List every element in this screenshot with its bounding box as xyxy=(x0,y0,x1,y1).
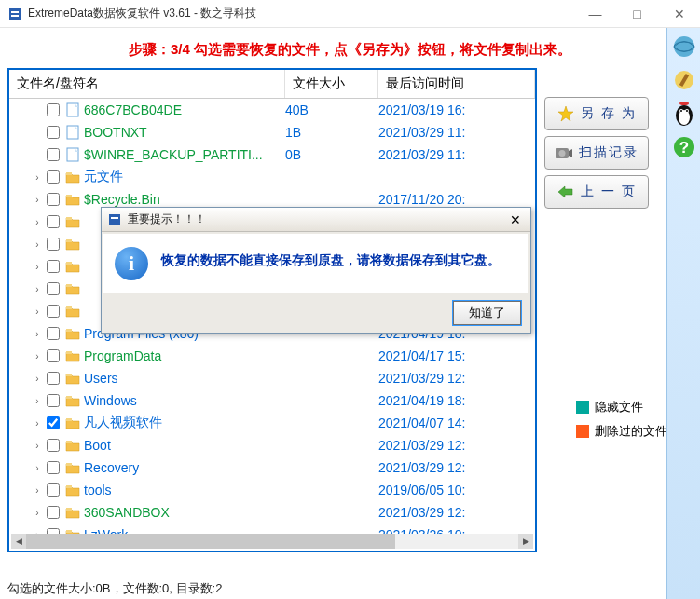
app-icon xyxy=(7,7,22,21)
folder-icon xyxy=(65,259,80,274)
svg-rect-16 xyxy=(66,329,72,332)
file-checkbox[interactable] xyxy=(47,327,60,340)
maximize-button[interactable]: □ xyxy=(616,0,658,27)
folder-icon xyxy=(65,304,80,319)
expand-icon[interactable]: › xyxy=(32,418,43,429)
folder-icon xyxy=(65,505,80,520)
dialog-titlebar[interactable]: 重要提示！！！ ✕ xyxy=(102,208,530,232)
col-name[interactable]: 文件名/盘符名 xyxy=(9,70,285,98)
file-checkbox[interactable] xyxy=(47,461,60,474)
expand-icon[interactable]: › xyxy=(32,396,43,406)
scanlog-button[interactable]: 扫描记录 xyxy=(544,136,649,170)
expand-icon[interactable]: › xyxy=(32,262,43,272)
file-date: 2021/03/29 12: xyxy=(378,505,465,520)
expand-icon[interactable]: › xyxy=(32,441,43,451)
svg-rect-24 xyxy=(66,508,72,511)
horizontal-scrollbar[interactable]: ◀ ▶ xyxy=(11,534,533,549)
svg-rect-14 xyxy=(66,284,72,287)
file-row[interactable]: ›Recovery2021/03/29 12: xyxy=(9,456,535,479)
folder-icon xyxy=(65,438,80,453)
legend-hidden: 隐藏文件 xyxy=(576,399,667,415)
file-name: BOOTNXT xyxy=(84,125,285,140)
expand-icon[interactable]: › xyxy=(32,239,43,250)
file-checkbox[interactable] xyxy=(47,193,60,206)
file-row[interactable]: ›元文件 xyxy=(9,166,535,188)
tools-icon[interactable] xyxy=(669,65,699,95)
dialog-message: 恢复的数据不能直接保存到原盘，请将数据保存到其它盘。 xyxy=(161,247,501,269)
scroll-thumb[interactable] xyxy=(26,534,395,549)
dialog-close-button[interactable]: ✕ xyxy=(504,211,527,229)
file-row[interactable]: ›Users2021/03/29 12: xyxy=(9,367,535,389)
file-checkbox[interactable] xyxy=(47,170,60,184)
file-checkbox[interactable] xyxy=(47,372,60,385)
file-checkbox[interactable] xyxy=(47,416,60,429)
col-size[interactable]: 文件大小 xyxy=(285,70,378,98)
expand-icon[interactable]: › xyxy=(32,195,43,205)
scroll-right-button[interactable]: ▶ xyxy=(518,534,533,549)
svg-rect-19 xyxy=(66,396,72,399)
expand-icon[interactable]: › xyxy=(32,172,43,183)
scroll-left-button[interactable]: ◀ xyxy=(11,534,26,549)
folder-icon xyxy=(65,237,80,252)
file-date: 2021/04/07 14: xyxy=(378,415,465,430)
file-checkbox[interactable] xyxy=(47,282,60,295)
expand-icon[interactable]: › xyxy=(32,374,43,384)
file-checkbox[interactable] xyxy=(47,215,60,228)
file-checkbox[interactable] xyxy=(47,126,60,139)
file-checkbox[interactable] xyxy=(47,305,60,318)
file-checkbox[interactable] xyxy=(47,394,60,407)
expand-icon[interactable]: › xyxy=(32,508,43,518)
file-row[interactable]: $WINRE_BACKUP_PARTITI...0B2021/03/29 11: xyxy=(9,143,535,166)
file-checkbox[interactable] xyxy=(47,349,60,362)
penguin-icon[interactable] xyxy=(669,99,699,129)
svg-marker-26 xyxy=(558,106,573,121)
file-row[interactable]: ›360SANDBOX2021/03/29 12: xyxy=(9,501,535,524)
legend-deleted: 删除过的文件 xyxy=(576,423,667,440)
file-name: $WINRE_BACKUP_PARTITI... xyxy=(84,147,285,162)
file-row[interactable]: ›Windows2021/04/19 18: xyxy=(9,389,535,412)
expand-icon[interactable]: › xyxy=(32,217,43,227)
status-bar: 勾选的文件大小:0B，文件数:0, 目录数:2 xyxy=(7,580,222,597)
file-row[interactable]: BOOTNXT1B2021/03/29 11: xyxy=(9,121,535,143)
expand-icon[interactable]: › xyxy=(32,463,43,473)
arrow-left-icon xyxy=(556,184,575,199)
svg-rect-3 xyxy=(67,103,78,116)
svg-rect-21 xyxy=(66,441,72,443)
file-row[interactable]: 686C7BCB04DE40B2021/03/19 16: xyxy=(9,99,535,121)
file-row[interactable]: ›Boot2021/03/29 12: xyxy=(9,434,535,456)
svg-rect-46 xyxy=(109,214,120,225)
file-date: 2021/03/29 11: xyxy=(378,147,465,162)
file-checkbox[interactable] xyxy=(47,238,60,251)
file-row[interactable]: ›tools2019/06/05 10: xyxy=(9,479,535,501)
dialog-icon xyxy=(107,212,122,227)
file-checkbox[interactable] xyxy=(47,260,60,273)
file-checkbox[interactable] xyxy=(47,103,60,116)
expand-icon[interactable]: › xyxy=(32,485,43,496)
file-checkbox[interactable] xyxy=(47,483,60,497)
globe-icon[interactable] xyxy=(669,32,699,61)
col-date[interactable]: 最后访问时间 xyxy=(378,70,535,98)
dialog-ok-button[interactable]: 知道了 xyxy=(453,301,521,325)
expand-icon[interactable]: › xyxy=(32,329,43,339)
file-row[interactable]: ›ProgramData2021/04/17 15: xyxy=(9,345,535,367)
file-checkbox[interactable] xyxy=(47,439,60,452)
folder-icon xyxy=(65,393,80,408)
file-row[interactable]: ›凡人视频软件2021/04/07 14: xyxy=(9,412,535,434)
file-date: 2021/03/29 12: xyxy=(378,438,465,453)
svg-rect-5 xyxy=(67,126,78,139)
saveas-button[interactable]: 另 存 为 xyxy=(544,97,649,130)
file-checkbox[interactable] xyxy=(47,506,60,519)
prev-button[interactable]: 上 一 页 xyxy=(544,175,649,209)
file-size: 0B xyxy=(285,147,378,162)
close-button[interactable]: ✕ xyxy=(658,0,700,27)
help-icon[interactable]: ? xyxy=(669,132,699,162)
minimize-button[interactable]: — xyxy=(574,0,616,27)
prev-label: 上 一 页 xyxy=(581,184,637,200)
file-checkbox[interactable] xyxy=(47,148,60,161)
svg-rect-20 xyxy=(66,418,72,421)
expand-icon[interactable]: › xyxy=(32,284,43,294)
expand-icon[interactable]: › xyxy=(32,351,43,361)
star-icon xyxy=(556,105,575,122)
expand-icon[interactable]: › xyxy=(32,306,43,317)
svg-rect-11 xyxy=(66,217,72,220)
